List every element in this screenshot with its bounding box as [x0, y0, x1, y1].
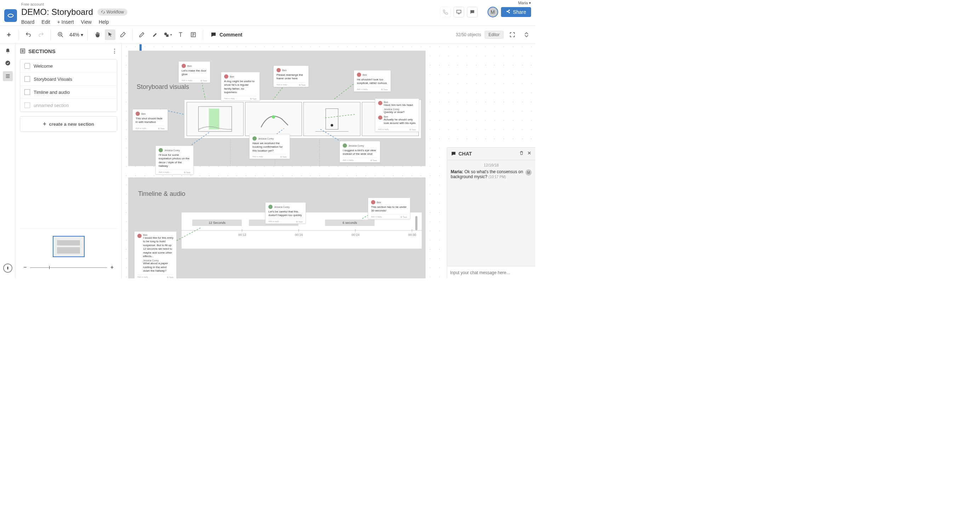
compass-icon[interactable]: [3, 263, 13, 273]
chat-avatar: M: [525, 169, 532, 176]
sections-icon[interactable]: [3, 71, 13, 81]
list-icon: [20, 48, 25, 54]
hand-tool[interactable]: [92, 29, 103, 40]
eraser-tool[interactable]: [118, 29, 128, 40]
section-item-welcome[interactable]: Welcome: [20, 59, 117, 73]
chat-body: 12/16/18 Maria: Ok so what's the consens…: [447, 160, 535, 266]
comment-card[interactable]: BenHave him turn his head Jessica CoreyQ…: [375, 99, 419, 132]
account-label: Free account: [21, 2, 127, 6]
minimap[interactable]: [53, 236, 84, 257]
chat-message: Maria: Ok so what's the consensus on bac…: [451, 169, 532, 179]
svg-point-9: [272, 115, 275, 118]
comment-card[interactable]: Jessica Corey I'll look for some inspira…: [156, 145, 194, 175]
svg-rect-3: [166, 34, 169, 37]
slider-track[interactable]: [30, 268, 107, 268]
create-section-button[interactable]: + create a new section: [20, 116, 117, 132]
tasks-icon[interactable]: [4, 59, 12, 67]
timeline-segment[interactable]: 12 Seconds: [192, 220, 242, 226]
main-menu: Board Edit + Insert View Help: [21, 19, 127, 25]
page-icon: [24, 63, 30, 69]
avatar[interactable]: M: [487, 7, 498, 18]
timeline-segment[interactable]: 6 seconds: [325, 220, 375, 226]
undo-tool[interactable]: [23, 29, 33, 40]
note-tool[interactable]: [188, 29, 199, 40]
section-title: Storyboard visuals: [137, 83, 189, 91]
menu-help[interactable]: Help: [99, 19, 109, 25]
comment-card[interactable]: Ben A ring might be useful to show he's …: [221, 72, 260, 101]
square-icon: [24, 89, 30, 95]
comment-card[interactable]: Jessica Corey Let's be careful that this…: [265, 202, 306, 224]
toolbar: 44% ▾ ▾ Comment 32/50 objects Editor: [0, 26, 535, 43]
redo-tool[interactable]: [36, 29, 46, 40]
section-title: Timeline & audio: [138, 190, 185, 198]
zoom-slider[interactable]: − +: [20, 264, 117, 274]
frame-3[interactable]: [304, 102, 360, 136]
menu-edit[interactable]: Edit: [41, 19, 50, 25]
editor-button[interactable]: Editor: [485, 31, 503, 38]
comment-card[interactable]: Ben Please rearrange the frame order her…: [273, 65, 309, 87]
collapse-icon[interactable]: [521, 29, 532, 40]
section-item-unnamed[interactable]: unnamed section: [20, 99, 117, 112]
chat-header: CHAT: [447, 148, 535, 160]
section-item-visuals[interactable]: Storyboard Visuals: [20, 73, 117, 86]
frame-2[interactable]: [245, 102, 302, 136]
delete-icon[interactable]: [519, 150, 524, 157]
comment-card[interactable]: Ben This section has to be under 30 seco…: [368, 198, 410, 219]
phone-icon[interactable]: [440, 7, 451, 18]
svg-rect-0: [457, 10, 461, 13]
square-icon: [24, 76, 30, 82]
menu-view[interactable]: View: [81, 19, 92, 25]
left-rail: [0, 43, 16, 278]
section-list: Welcome Storyboard Visuals Timline and a…: [20, 59, 117, 112]
svg-point-5: [5, 61, 10, 65]
board-title[interactable]: DEMO: Storyboard: [21, 7, 93, 17]
sections-more-icon[interactable]: ⋮: [112, 48, 117, 54]
section-item-timeline[interactable]: Timline and audio: [20, 86, 117, 99]
present-icon[interactable]: [453, 7, 464, 18]
menu-insert[interactable]: + Insert: [57, 19, 74, 25]
text-tool[interactable]: [175, 29, 186, 40]
zoom-out-icon[interactable]: −: [23, 264, 27, 271]
zoom-label[interactable]: 44% ▾: [69, 32, 83, 38]
pen-tool[interactable]: [137, 29, 148, 40]
chat-input[interactable]: [450, 270, 533, 275]
zoom-in-icon[interactable]: +: [110, 264, 114, 271]
user-label[interactable]: Maria ▾: [518, 1, 531, 5]
notifications-icon[interactable]: [4, 47, 12, 55]
svg-point-11: [331, 124, 333, 126]
frame-1[interactable]: [186, 102, 243, 136]
objects-count: 32/50 objects: [456, 32, 481, 37]
topbar: Free account DEMO: Storyboard Workflow B…: [0, 0, 535, 26]
square-icon: [24, 102, 30, 108]
zoom-tool[interactable]: [55, 29, 66, 40]
comment-card[interactable]: Ben He shouldn't look too sceptical, rat…: [354, 70, 391, 92]
comment-card[interactable]: Ben This shot should fade in with transi…: [132, 109, 168, 131]
select-tool[interactable]: [105, 29, 115, 40]
chat-input-container: [447, 266, 535, 278]
comment-card[interactable]: Jessica Corey I suggest a bird's eye vie…: [339, 141, 380, 163]
svg-rect-8: [209, 109, 219, 130]
close-icon[interactable]: [527, 150, 532, 157]
chat-icon: [451, 151, 457, 156]
app-logo[interactable]: [4, 9, 17, 22]
shape-tool[interactable]: ▾: [162, 29, 173, 40]
marker-tool[interactable]: [150, 29, 161, 40]
sidebar: SECTIONS ⋮ Welcome Storyboard Visuals Ti…: [16, 43, 122, 278]
sections-header: SECTIONS ⋮: [20, 48, 117, 54]
fullscreen-icon[interactable]: [507, 29, 518, 40]
comment-card[interactable]: Jessica Corey Have we received the booki…: [249, 134, 290, 159]
canvas[interactable]: Storyboard visuals Timeline & audio 12 S…: [122, 43, 535, 278]
menu-board[interactable]: Board: [21, 19, 34, 25]
comment-card[interactable]: BenI would like for this entry to be lon…: [134, 231, 177, 278]
comment-button[interactable]: Comment: [207, 30, 245, 39]
chat-panel: CHAT 12/16/18 Maria: Ok so what's the co…: [447, 147, 535, 278]
comment-card[interactable]: Ben Let's make the door glow Add a reply…: [178, 61, 210, 83]
share-button[interactable]: Share: [501, 7, 531, 17]
add-tool[interactable]: [3, 29, 14, 40]
workflow-button[interactable]: Workflow: [97, 8, 127, 16]
chat-icon[interactable]: [467, 7, 477, 18]
